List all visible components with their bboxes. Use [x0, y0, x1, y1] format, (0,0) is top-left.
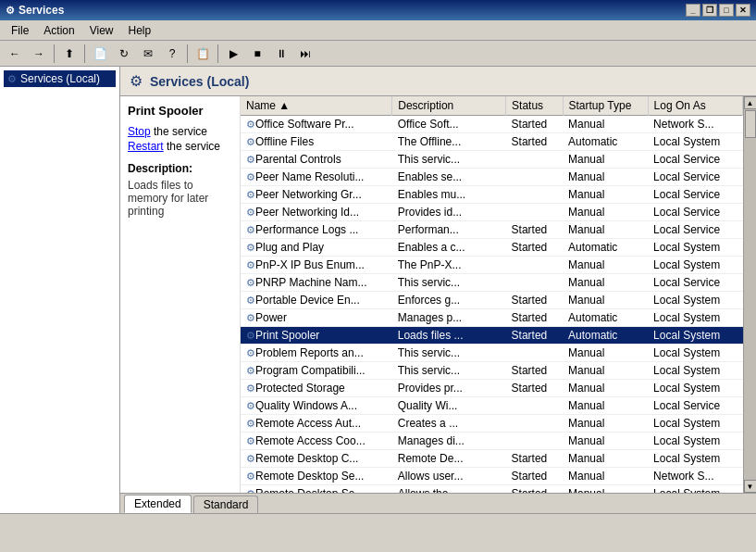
table-row[interactable]: ⚙ Offline FilesThe Offline...StartedAuto…: [241, 133, 743, 151]
restart-service-link[interactable]: Restart: [128, 140, 164, 153]
sidebar: ⚙ Services (Local): [0, 67, 120, 513]
table-row[interactable]: ⚙ Peer Networking Id...Provides id...Man…: [241, 204, 743, 221]
pause-button[interactable]: ⏸: [270, 44, 292, 64]
cell-startup: Manual: [563, 204, 648, 221]
cell-name: ⚙ Peer Name Resoluti...: [241, 169, 392, 186]
cell-name: ⚙ Parental Controls: [241, 151, 392, 169]
forward-button[interactable]: →: [28, 44, 50, 64]
export-button[interactable]: ✉: [137, 44, 159, 64]
menu-view[interactable]: View: [82, 22, 121, 39]
menu-file[interactable]: File: [4, 22, 36, 39]
scroll-track[interactable]: [744, 109, 756, 480]
cell-description: Office Soft...: [392, 116, 506, 133]
scroll-up-arrow[interactable]: ▲: [744, 96, 757, 109]
table-container[interactable]: Name ▲ Description Status Startup Type L…: [241, 96, 743, 493]
stop-action-line: Stop the service: [128, 125, 232, 138]
cell-name: ⚙ Portable Device En...: [241, 292, 392, 309]
cell-logon: Local Service: [648, 169, 742, 186]
close-button[interactable]: ✕: [736, 4, 750, 17]
title-bar: ⚙ Services _ ❐ □ ✕: [0, 0, 756, 20]
menu-help[interactable]: Help: [121, 22, 159, 39]
table-row[interactable]: ⚙ PnP-X IP Bus Enum...The PnP-X...Manual…: [241, 257, 743, 274]
table-row[interactable]: ⚙ Peer Networking Gr...Enables mu...Manu…: [241, 186, 743, 204]
cell-name: ⚙ PNRP Machine Nam...: [241, 274, 392, 292]
up-button[interactable]: ⬆: [58, 44, 81, 64]
back-button[interactable]: ←: [4, 44, 26, 64]
table-row[interactable]: ⚙ Remote Desktop C...Remote De...Started…: [241, 450, 743, 468]
table-row[interactable]: ⚙ Protected StorageProvides pr...Started…: [241, 380, 743, 397]
cell-logon: Local Service: [648, 151, 742, 169]
restore-button[interactable]: ❐: [702, 4, 717, 17]
cell-logon: Local System: [648, 485, 742, 494]
toolbar-separator-1: [54, 44, 55, 63]
services-local-icon: ⚙: [7, 73, 17, 85]
table-row[interactable]: ⚙ Remote Access Coo...Manages di...Manua…: [241, 433, 743, 450]
service-name-cell: Portable Device En...: [255, 294, 360, 307]
service-name-cell: Program Compatibili...: [255, 364, 366, 377]
table-row[interactable]: ⚙ Performance Logs ...Performan...Starte…: [241, 221, 743, 239]
table-row[interactable]: ⚙ Remote Access Aut...Creates a ...Manua…: [241, 415, 743, 433]
cell-description: Provides pr...: [392, 380, 506, 397]
table-row[interactable]: ⚙ Print SpoolerLoads files ...StartedAut…: [241, 327, 743, 345]
scroll-down-arrow[interactable]: ▼: [744, 480, 757, 493]
table-row[interactable]: ⚙ Program Compatibili...This servic...St…: [241, 362, 743, 380]
table-row[interactable]: ⚙ Problem Reports an...This servic...Man…: [241, 345, 743, 362]
cell-logon: Local System: [648, 450, 742, 468]
col-startup[interactable]: Startup Type: [563, 96, 648, 116]
minimize-button[interactable]: _: [686, 4, 700, 17]
table-row[interactable]: ⚙ Peer Name Resoluti...Enables se...Manu…: [241, 169, 743, 186]
row-gear-icon: ⚙: [246, 312, 255, 324]
col-description[interactable]: Description: [392, 96, 506, 116]
row-gear-icon: ⚙: [246, 365, 255, 377]
properties-button[interactable]: 📋: [192, 44, 214, 64]
restart-button[interactable]: ⏭: [294, 44, 316, 64]
menu-bar: File Action View Help: [0, 20, 756, 41]
show-hide-button[interactable]: 📄: [89, 44, 111, 64]
col-status[interactable]: Status: [506, 96, 563, 116]
table-row[interactable]: ⚙ Quality Windows A...Quality Wi...Manua…: [241, 397, 743, 415]
cell-startup: Manual: [563, 274, 648, 292]
service-name-cell: Parental Controls: [255, 153, 341, 166]
cell-description: Remote De...: [392, 450, 506, 468]
cell-description: This servic...: [392, 362, 506, 380]
menu-action[interactable]: Action: [36, 22, 81, 39]
service-name-cell: Peer Networking Id...: [255, 206, 359, 219]
service-name-cell: Power: [255, 311, 287, 324]
col-name[interactable]: Name ▲: [241, 96, 392, 116]
service-name-cell: Protected Storage: [255, 382, 345, 395]
col-logon[interactable]: Log On As: [648, 96, 742, 116]
table-row[interactable]: ⚙ PNRP Machine Nam...This servic...Manua…: [241, 274, 743, 292]
table-row[interactable]: ⚙ Remote Desktop Se...Allows user...Star…: [241, 468, 743, 485]
play-button[interactable]: ▶: [222, 44, 244, 64]
tab-standard[interactable]: Standard: [193, 496, 259, 513]
cell-description: The PnP-X...: [392, 257, 506, 274]
cell-name: ⚙ Performance Logs ...: [241, 221, 392, 239]
stop-text: the service: [151, 125, 207, 138]
maximize-button[interactable]: □: [719, 4, 734, 17]
content-header: ⚙ Services (Local): [120, 67, 756, 96]
cell-startup: Manual: [563, 380, 648, 397]
sidebar-item-services-local[interactable]: ⚙ Services (Local): [4, 70, 116, 87]
row-gear-icon: ⚙: [246, 242, 255, 254]
table-row[interactable]: ⚙ Remote Desktop Se...Allows the ...Star…: [241, 485, 743, 494]
table-row[interactable]: ⚙ Office Software Pr...Office Soft...Sta…: [241, 116, 743, 133]
cell-name: ⚙ Problem Reports an...: [241, 345, 392, 362]
tabs-bar: Extended Standard: [120, 493, 756, 513]
cell-logon: Network S...: [648, 468, 742, 485]
cell-status: Started: [506, 221, 563, 239]
table-row[interactable]: ⚙ Plug and PlayEnables a c...StartedAuto…: [241, 239, 743, 257]
table-row[interactable]: ⚙ Parental ControlsThis servic...ManualL…: [241, 151, 743, 169]
stop-button[interactable]: ■: [246, 44, 268, 64]
scrollbar-right[interactable]: ▲ ▼: [743, 96, 756, 493]
row-gear-icon: ⚙: [246, 171, 255, 183]
stop-service-link[interactable]: Stop: [128, 125, 151, 138]
table-row[interactable]: ⚙ Portable Device En...Enforces g...Star…: [241, 292, 743, 309]
service-name-cell: Remote Desktop Se...: [255, 487, 364, 493]
table-row[interactable]: ⚙ PowerManages p...StartedAutomaticLocal…: [241, 309, 743, 327]
tab-extended[interactable]: Extended: [124, 495, 192, 513]
scroll-thumb[interactable]: [745, 110, 756, 138]
refresh-button[interactable]: ↻: [113, 44, 135, 64]
service-name-cell: Peer Name Resoluti...: [255, 170, 364, 183]
window-title: Services: [19, 4, 64, 17]
help-button[interactable]: ?: [161, 44, 183, 64]
